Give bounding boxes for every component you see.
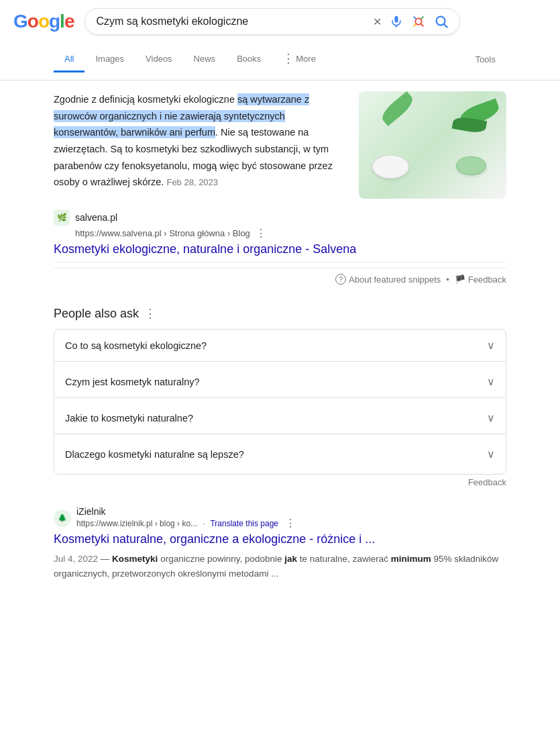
jar-green-decoration [456,156,486,175]
paa-question-text-1: Co to są kosmetyki ekologiczne? [65,340,207,351]
svg-line-4 [445,24,448,28]
source-row: 🌿 salvena.pl [54,209,506,226]
paa-question-1[interactable]: Co to są kosmetyki ekologiczne? ∨ [54,330,506,361]
svg-point-2 [416,18,422,24]
header: Google ✕ [0,0,560,35]
voice-search-button[interactable] [390,15,403,28]
result-url-text-2: https://www.izielnik.pl › blog › ko... [76,519,197,528]
result-options-button-2[interactable]: ⋮ [285,517,296,530]
paa-item-2[interactable]: Czym jest kosmetyk naturalny? ∨ [54,366,506,398]
about-snippets-text: About featured snippets [349,275,441,285]
tab-books[interactable]: Books [226,47,272,72]
chevron-down-icon-3: ∨ [487,411,495,424]
logo-l: l [60,11,64,32]
feedback-label: Feedback [468,275,506,285]
tab-news[interactable]: News [183,47,227,72]
snippet-bold-1: Kosmetyki [112,554,158,564]
tab-all[interactable]: All [54,47,85,72]
logo-o1: o [27,11,38,32]
search-input[interactable] [96,15,368,28]
tab-images[interactable]: Images [85,47,135,72]
paa-question-4[interactable]: Dlaczego kosmetyki naturalne są lepsze? … [54,438,506,470]
question-icon: ? [335,274,346,285]
lens-search-button[interactable] [411,14,426,29]
snippet-text-block: Zgodnie z definicją kosmetyki ekologiczn… [54,91,343,199]
snippet-bold-minimum: minimum [391,554,431,564]
snippet-text-before: Zgodnie z definicją kosmetyki ekologiczn… [54,94,237,105]
about-snippets-link[interactable]: ? About featured snippets [335,274,441,285]
mic-icon [390,15,403,28]
source-favicon: 🌿 [54,209,70,226]
leaf-decoration [378,91,416,126]
paa-feedback-button[interactable]: Feedback [468,477,506,487]
result-favicon-2: 🌲 [54,509,71,527]
more-dots-icon: ⋮ [282,51,294,66]
snippet-image[interactable] [359,91,506,199]
paa-item-4[interactable]: Dlaczego kosmetyki naturalne są lepsze? … [54,438,506,470]
featured-result-title[interactable]: Kosmetyki ekologiczne, naturalne i organ… [54,242,506,256]
divider [54,262,506,262]
source-url: https://www.salvena.pl › Strona główna ›… [75,227,506,240]
result-source-row: 🌲 iZielnik https://www.izielnik.pl › blo… [54,506,506,530]
people-also-ask-section: People also ask ⋮ Co to są kosmetyki eko… [54,306,506,490]
tab-videos[interactable]: Videos [135,47,183,72]
paa-items-wrapper: Co to są kosmetyki ekologiczne? ∨ Czym j… [54,329,506,475]
search-submit-button[interactable] [434,14,449,29]
result-item-2: 🌲 iZielnik https://www.izielnik.pl › blo… [54,506,506,581]
chevron-down-icon-1: ∨ [487,339,495,352]
lens-icon [411,14,426,29]
source-options-button[interactable]: ⋮ [256,227,266,240]
nav-tabs: All Images Videos News Books ⋮ More Tool… [0,39,560,81]
feedback-button[interactable]: 🏴 Feedback [455,275,506,285]
chevron-down-icon-4: ∨ [487,448,495,460]
snippet-text-2: te naturalne, zawierać [300,554,391,564]
google-logo[interactable]: Google [13,11,74,32]
paa-question-3[interactable]: Jakie to kosmetyki naturalne? ∨ [54,402,506,434]
search-icon [434,14,449,29]
source-name: salvena.pl [75,212,117,223]
paa-header: People also ask ⋮ [54,306,506,321]
main-content: Zgodnie z definicją kosmetyki ekologiczn… [0,81,560,605]
result-site-info-2: iZielnik https://www.izielnik.pl › blog … [76,506,296,530]
snippet-em-dash: — [101,554,112,564]
paa-feedback-row: Feedback [54,475,506,490]
snippet-date-2: Jul 4, 2022 [54,554,98,564]
paa-heading: People also ask [54,307,139,321]
paa-question-text-4: Dlaczego kosmetyki naturalne są lepsze? [65,449,244,460]
logo-e: e [64,11,74,32]
snippet-bold-jak: jak [284,554,297,564]
chevron-down-icon-2: ∨ [487,375,495,388]
jar-white-decoration [372,155,409,179]
logo-g2: g [49,11,60,32]
paa-question-text-3: Jakie to kosmetyki naturalne? [65,413,193,424]
result-title-2[interactable]: Kosmetyki naturalne, organiczne a ekolog… [54,532,506,546]
feedback-row: ? About featured snippets • 🏴 Feedback [54,268,506,290]
snippet-image-inner [359,91,506,199]
snippet-text-1: organiczne powinny, podobnie [160,554,284,564]
search-icon-group: ✕ [373,14,449,29]
svg-rect-0 [395,16,398,23]
source-url-text: https://www.salvena.pl › Strona główna ›… [75,228,250,238]
tools-button[interactable]: Tools [465,48,506,71]
logo-o2: o [38,11,49,32]
svg-point-3 [437,17,445,26]
snippet-date: Feb 28, 2023 [166,177,218,187]
paa-question-text-2: Czym jest kosmetyk naturalny? [65,377,200,387]
result-site-name-2: iZielnik [76,506,296,517]
paa-question-2[interactable]: Czym jest kosmetyk naturalny? ∨ [54,366,506,397]
featured-snippet: Zgodnie z definicją kosmetyki ekologiczn… [54,91,506,199]
more-label: More [296,54,316,64]
translate-link[interactable]: Translate this page [210,519,278,528]
result-site-url-2: https://www.izielnik.pl › blog › ko... ·… [76,517,296,530]
search-bar: ✕ [85,8,460,35]
clear-button[interactable]: ✕ [373,15,382,28]
paa-item-1[interactable]: Co to są kosmetyki ekologiczne? ∨ [54,330,506,362]
cosmetic-scene [359,91,506,199]
result-snippet-2: Jul 4, 2022 — Kosmetyki organiczne powin… [54,552,506,581]
logo-g: G [13,11,27,32]
paa-item-3[interactable]: Jakie to kosmetyki naturalne? ∨ [54,402,506,434]
tab-more[interactable]: ⋮ More [272,44,327,75]
flag-icon: 🏴 [455,275,465,285]
paa-options-button[interactable]: ⋮ [144,306,156,321]
